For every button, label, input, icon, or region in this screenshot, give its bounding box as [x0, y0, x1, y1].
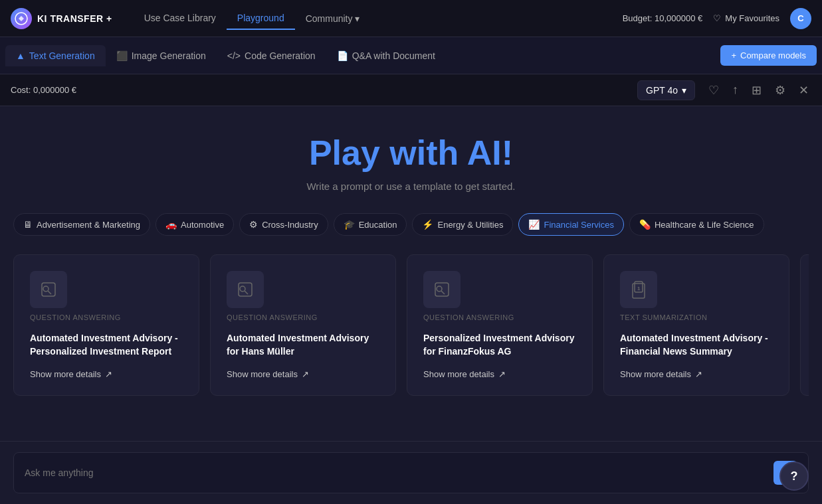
tree-action-icon[interactable]: ⊞	[749, 80, 764, 100]
svg-point-5	[240, 286, 245, 292]
card-4: 1 Text Summarization Automated Investmen…	[603, 254, 789, 396]
svg-text:1: 1	[637, 286, 641, 292]
energy-icon: ⚡	[422, 219, 433, 230]
nav-community[interactable]: Community ▾	[295, 7, 371, 30]
card-2-type: Question Answering	[227, 313, 379, 321]
nav-use-case-library[interactable]: Use Case Library	[134, 7, 227, 30]
card-2-title: Automated Investment Advisory for Hans M…	[227, 332, 379, 359]
share-action-icon[interactable]: ↑	[730, 80, 741, 100]
card-1-title: Automated Investment Advisory - Personal…	[30, 332, 183, 359]
card-2-show-more[interactable]: Show more details ↗	[227, 369, 309, 379]
cost-bar: Cost: 0,000000 € GPT 4o ▾ ♡ ↑ ⊞ ⚙ ✕	[0, 74, 822, 106]
card-4-icon-area: 1 Text Summarization	[620, 271, 773, 321]
card-2-icon	[227, 271, 264, 308]
pill-healthcare[interactable]: 💊 Healthcare & Life Science	[629, 213, 764, 236]
edu-icon: 🎓	[344, 219, 355, 230]
text-gen-icon: ▲	[16, 50, 25, 61]
bottom-bar: →	[0, 441, 822, 504]
pill-energy[interactable]: ⚡ Energy & Utilities	[412, 213, 513, 236]
auto-icon: 🚗	[165, 219, 177, 230]
chevron-down-icon: ▾	[355, 13, 360, 24]
help-button[interactable]: ?	[779, 462, 809, 491]
card-1-icon-area: Question Answering	[30, 271, 183, 321]
tab-code-generation[interactable]: </> Code Generation	[217, 45, 326, 66]
model-selector[interactable]: GPT 4o ▾	[637, 80, 695, 100]
prompt-input[interactable]	[25, 467, 766, 478]
category-pills: 🖥 Advertisement & Marketing 🚗 Automotive…	[13, 213, 809, 238]
card-4-footer: Show more details ↗	[620, 369, 773, 379]
svg-point-2	[43, 286, 49, 292]
cost-actions: ♡ ↑ ⊞ ⚙ ✕	[706, 80, 811, 100]
card-4-type: Text Summarization	[620, 313, 773, 321]
arrow-icon-4: ↗	[695, 369, 702, 379]
tab-text-generation[interactable]: ▲ Text Generation	[5, 45, 106, 66]
user-avatar[interactable]: C	[790, 8, 811, 29]
card-3-footer: Show more details ↗	[423, 369, 576, 379]
card-1: Question Answering Automated Investment …	[13, 254, 199, 396]
svg-point-8	[437, 286, 442, 292]
svg-line-6	[245, 291, 248, 294]
navbar: KI TRANSFER + Use Case Library Playgroun…	[0, 0, 822, 37]
tabs-bar: ▲ Text Generation ⬛ Image Generation </>…	[0, 37, 822, 74]
main-content: Play with AI! Write a prompt or use a te…	[0, 106, 822, 438]
card-3-type: Question Answering	[423, 313, 576, 321]
card-3: Question Answering Personalized Investme…	[407, 254, 593, 396]
favourites-button[interactable]: ♡ My Favourites	[713, 13, 779, 23]
card-3-title: Personalized Investment Advisory for Fin…	[423, 332, 576, 359]
card-3-icon-area: Question Answering	[423, 271, 576, 321]
image-gen-icon: ⬛	[116, 50, 128, 61]
arrow-icon: ↗	[105, 369, 112, 379]
tab-image-generation[interactable]: ⬛ Image Generation	[106, 45, 217, 66]
svg-line-3	[48, 291, 51, 294]
card-1-type: Question Answering	[30, 313, 183, 321]
hero-title: Play with AI!	[13, 133, 809, 173]
svg-line-9	[441, 291, 445, 294]
cost-display: Cost: 0,000000 €	[11, 85, 637, 95]
pill-financial[interactable]: 📈 Financial Services	[518, 213, 624, 236]
card-3-icon	[423, 271, 461, 308]
ad-icon: 🖥	[23, 219, 33, 230]
card-1-show-more[interactable]: Show more details ↗	[30, 369, 112, 379]
logo-icon	[11, 8, 32, 29]
card-2-icon-area: Question Answering	[227, 271, 379, 321]
budget-display: Budget: 10,000000 €	[623, 13, 703, 23]
logo-label: KI TRANSFER +	[37, 13, 112, 24]
card-5-partial: Question Answering Automated Investment …	[800, 254, 809, 396]
arrow-icon-2: ↗	[302, 369, 309, 379]
arrow-icon-3: ↗	[498, 369, 506, 379]
qa-doc-icon: 📄	[337, 50, 348, 61]
card-4-show-more[interactable]: Show more details ↗	[620, 369, 702, 379]
card-4-title: Automated Investment Advisory - Financia…	[620, 332, 773, 359]
pill-education[interactable]: 🎓 Education	[334, 213, 407, 236]
hero-subtitle: Write a prompt or use a template to get …	[13, 181, 809, 192]
code-gen-icon: </>	[227, 50, 241, 61]
card-3-show-more[interactable]: Show more details ↗	[423, 369, 506, 379]
tab-qa-document[interactable]: 📄 Q&A with Document	[326, 45, 446, 66]
nav-right: Budget: 10,000000 € ♡ My Favourites C	[623, 8, 811, 29]
compare-models-button[interactable]: + Compare models	[720, 45, 817, 66]
finance-icon: 📈	[528, 219, 540, 230]
heart-action-icon[interactable]: ♡	[706, 80, 722, 100]
card-1-icon	[30, 271, 67, 308]
card-2-footer: Show more details ↗	[227, 369, 379, 379]
model-dropdown-icon: ▾	[682, 85, 686, 96]
pill-advertisement[interactable]: 🖥 Advertisement & Marketing	[13, 213, 150, 236]
card-1-footer: Show more details ↗	[30, 369, 183, 379]
plus-icon: +	[731, 50, 736, 60]
health-icon: 💊	[639, 219, 651, 230]
pill-cross-industry[interactable]: ⚙ Cross-Industry	[239, 213, 328, 236]
cards-row: Question Answering Automated Investment …	[13, 254, 809, 396]
heart-icon: ♡	[713, 13, 721, 23]
card-2: Question Answering Automated Investment …	[210, 254, 396, 396]
logo-area[interactable]: KI TRANSFER +	[11, 8, 112, 29]
settings-action-icon[interactable]: ⚙	[772, 80, 788, 100]
nav-playground[interactable]: Playground	[227, 7, 295, 30]
close-action-icon[interactable]: ✕	[796, 80, 811, 100]
cross-icon: ⚙	[249, 219, 258, 230]
nav-links: Use Case Library Playground Community ▾	[134, 7, 623, 30]
input-area: →	[13, 452, 809, 493]
card-4-icon: 1	[620, 271, 657, 308]
pill-automotive[interactable]: 🚗 Automotive	[155, 213, 234, 236]
